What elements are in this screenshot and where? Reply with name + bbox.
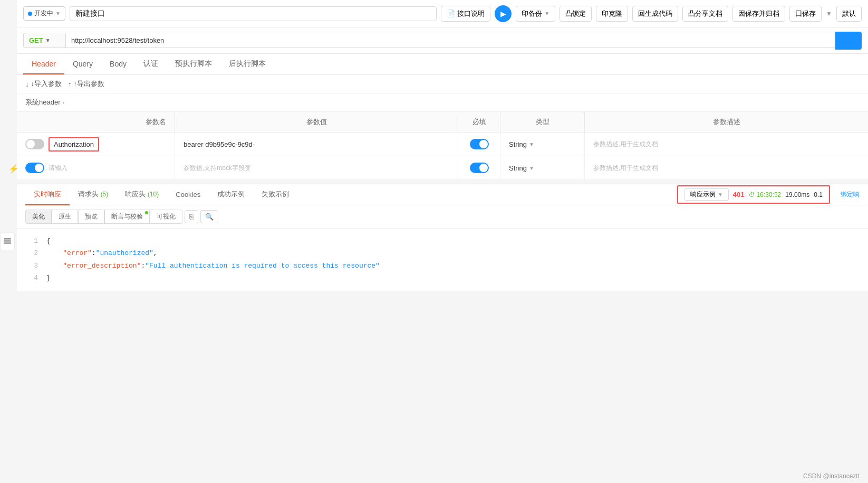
param-desc-cell-1[interactable]: 参数描述,用于生成文档	[585, 132, 868, 156]
code-line-1: 1 {	[25, 235, 860, 247]
param-name-cell-2: 请输入	[17, 156, 175, 179]
format-visual-button[interactable]: 可视化	[150, 210, 182, 224]
method-label: GET	[29, 36, 43, 44]
code-line-2: 2 "error" : "unauthorized" ,	[25, 247, 860, 259]
tab-auth[interactable]: 认证	[135, 54, 167, 75]
save-archive-button[interactable]: 因保存并归档	[732, 6, 785, 22]
response-meta-box: 响应示例 ▼ 401 ⏱ 16:30:52 19.00ms 0.1	[677, 185, 830, 204]
param-name-cell-1: Authorization	[17, 132, 175, 156]
env-dot	[28, 12, 32, 16]
sharedoc-button[interactable]: 凸分享文档	[682, 6, 728, 22]
param-type-cell-1: String ▼	[500, 132, 585, 156]
response-example-button[interactable]: 响应示例 ▼	[684, 188, 729, 201]
tab-success-example[interactable]: 成功示例	[209, 184, 253, 205]
export-icon: ↑	[68, 80, 72, 88]
tab-post-script[interactable]: 后执行脚本	[220, 54, 274, 75]
param-desc-cell-2[interactable]: 参数描述,用于生成文档	[585, 156, 868, 179]
format-assert-button[interactable]: 断言与校验	[104, 210, 150, 224]
save-button[interactable]: 囗保存	[789, 6, 822, 22]
url-bar: GET ▼	[17, 27, 868, 54]
clone-button[interactable]: 印克隆	[596, 6, 628, 22]
tab-fail-example[interactable]: 失败示例	[253, 184, 297, 205]
copy-response-button[interactable]: ⎘	[185, 210, 198, 223]
param-toolbar: ↓ ↓导入参数 ↑ ↑导出参数	[17, 75, 868, 93]
doc-button[interactable]: 📄 接口说明	[441, 6, 490, 22]
type-dropdown-icon-2: ▼	[529, 165, 534, 171]
svg-rect-0	[4, 238, 11, 239]
response-duration: 19.00ms	[785, 191, 809, 198]
svg-rect-1	[4, 240, 11, 241]
response-meta: 响应示例 ▼ 401 ⏱ 16:30:52 19.00ms 0.1 绑定响	[677, 185, 860, 204]
col-required: 必填	[458, 112, 500, 132]
assert-dot-indicator	[145, 211, 148, 214]
response-tabs: 实时响应 请求头 (5) 响应头 (10) Cookies 成功示例 失败示例	[17, 184, 868, 205]
col-param-name: 参数名	[17, 112, 175, 132]
tab-query[interactable]: Query	[64, 54, 101, 74]
svg-rect-2	[4, 242, 11, 243]
tab-header[interactable]: Header	[23, 54, 64, 74]
param-type-cell-2: String ▼	[500, 156, 585, 179]
table-row: Authorization bearer d9b95e9c-9c9d- Stri…	[17, 132, 868, 156]
response-area: 实时响应 请求头 (5) 响应头 (10) Cookies 成功示例 失败示例	[17, 184, 868, 291]
code-line-3: 3 "error_description" : "Full authentica…	[25, 260, 860, 272]
save-dropdown-icon[interactable]: ▼	[826, 10, 832, 17]
response-code-area: 1 { 2 "error" : "unauthorized" , 3 "erro…	[17, 229, 868, 291]
chevron-right-icon: ›	[62, 99, 64, 106]
tab-body[interactable]: Body	[101, 54, 135, 74]
example-dropdown-icon: ▼	[718, 192, 723, 197]
env-dropdown-icon: ▼	[55, 11, 61, 16]
col-desc: 参数描述	[585, 112, 868, 132]
doc-icon: 📄	[447, 10, 455, 17]
param-value-cell-1[interactable]: bearer d9b95e9c-9c9d-	[175, 132, 458, 156]
param-required-cell-2	[458, 156, 500, 179]
backup-button[interactable]: 印备份 ▼	[516, 6, 555, 22]
export-params-button[interactable]: ↑ ↑导出参数	[68, 79, 104, 89]
table-row: 请输入 参数值,支持mock字段变 String ▼ 参数描述,用于生成文档	[17, 156, 868, 180]
code-line-4: 4 }	[25, 272, 860, 284]
import-icon: ↓	[25, 80, 29, 88]
search-response-button[interactable]: 🔍	[200, 210, 218, 223]
sidebar-toggle[interactable]	[0, 232, 15, 251]
send-button[interactable]	[835, 32, 862, 50]
format-beautify-button[interactable]: 美化	[25, 210, 52, 224]
method-dropdown-icon: ▼	[45, 37, 51, 43]
type-select-row2[interactable]: String ▼	[509, 164, 534, 172]
url-input[interactable]	[65, 33, 835, 48]
api-name-input[interactable]	[70, 6, 437, 21]
format-preview-button[interactable]: 预览	[78, 210, 104, 224]
authorization-field-highlight: Authorization	[49, 137, 99, 151]
request-tabs: Header Query Body 认证 预执行脚本 后执行脚本	[17, 54, 868, 75]
bind-response-button[interactable]: 绑定响	[836, 190, 860, 199]
env-selector[interactable]: 开发中 ▼	[23, 6, 65, 21]
import-params-button[interactable]: ↓ ↓导入参数	[25, 79, 62, 89]
backup-dropdown-icon: ▼	[544, 11, 549, 16]
gencode-button[interactable]: 回生成代码	[632, 6, 678, 22]
top-bar: 开发中 ▼ 📄 接口说明 ▶ 印备份 ▼ 凸锁定 印克隆 回生成代码 凸分享文档…	[17, 0, 868, 27]
col-param-value: 参数值	[175, 112, 458, 132]
default-button[interactable]: 默认	[836, 6, 862, 22]
env-label: 开发中	[34, 9, 53, 18]
toggle-row1[interactable]	[25, 139, 44, 149]
param-required-cell-1	[458, 132, 500, 156]
status-code: 401	[733, 191, 745, 198]
table-header-row: 参数名 参数值 必填 类型 参数描述	[17, 112, 868, 132]
tab-pre-script[interactable]: 预执行脚本	[167, 54, 220, 75]
tab-realtime-response[interactable]: 实时响应	[25, 184, 70, 205]
col-type: 类型	[500, 112, 585, 132]
tab-request-headers[interactable]: 请求头 (5)	[70, 184, 117, 205]
lock-button[interactable]: 凸锁定	[560, 6, 592, 22]
type-select-row1[interactable]: String ▼	[509, 140, 534, 148]
run-button[interactable]: ▶	[495, 5, 512, 22]
required-toggle-row2[interactable]	[470, 163, 489, 173]
format-raw-button[interactable]: 原生	[52, 210, 78, 224]
param-value-cell-2[interactable]: 参数值,支持mock字段变	[175, 156, 458, 179]
tab-response-headers[interactable]: 响应头 (10)	[117, 184, 167, 205]
method-select[interactable]: GET ▼	[23, 33, 65, 48]
params-table: 参数名 参数值 必填 类型 参数描述 Authorization	[17, 112, 868, 180]
toggle-row2[interactable]	[25, 163, 44, 173]
tab-cookies[interactable]: Cookies	[167, 185, 209, 205]
format-tabs: 美化 原生 预览 断言与校验 可视化 ⎘ 🔍	[17, 205, 868, 229]
system-header-toggle[interactable]: 系统header ›	[17, 93, 868, 112]
lightning-icon: ⚡	[8, 164, 19, 174]
required-toggle-row1[interactable]	[470, 139, 489, 149]
